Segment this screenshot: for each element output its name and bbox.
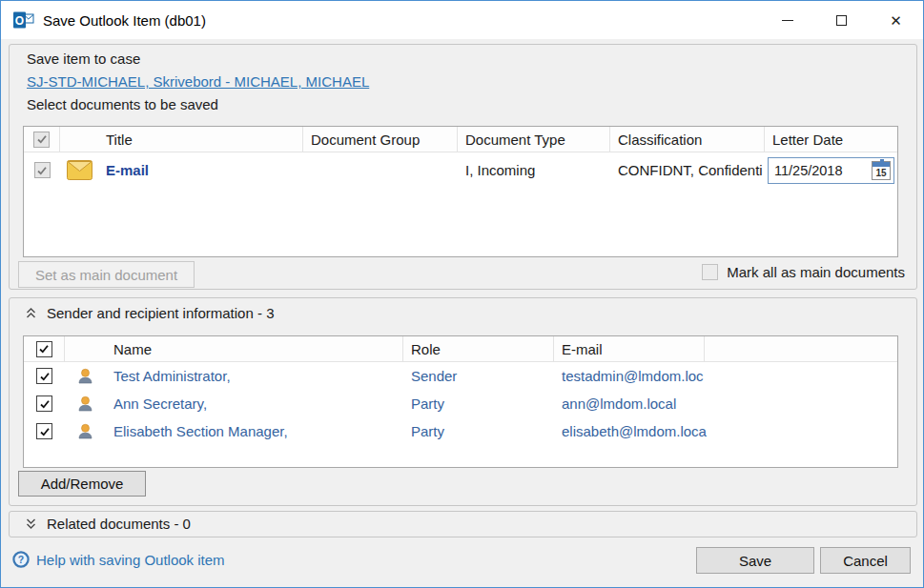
document-type-value: I, Incoming — [458, 162, 610, 178]
window-controls: ✕ — [760, 1, 923, 39]
documents-icon-column-header — [60, 127, 98, 152]
close-button[interactable]: ✕ — [869, 1, 923, 39]
minimize-icon — [782, 20, 793, 21]
save-outlook-item-dialog: O Save Outlook Item (db01) ✕ Save item t… — [0, 0, 924, 588]
mark-all-label: Mark all as main documents — [727, 264, 905, 280]
person-icon — [76, 367, 94, 385]
maximize-icon — [836, 15, 847, 26]
person-icon — [76, 422, 94, 440]
party-icon-column-header — [65, 336, 106, 361]
party-select-all-checkbox[interactable] — [36, 341, 52, 357]
column-header-title[interactable]: Title — [98, 127, 303, 152]
party-row[interactable]: Ann Secretary, Party ann@lmdom.local — [24, 390, 897, 417]
case-link[interactable]: SJ-STD-MICHAEL, Skrivebord - MICHAEL, MI… — [27, 73, 369, 90]
person-icon — [76, 395, 94, 413]
help-link[interactable]: ? Help with saving Outlook item — [12, 551, 225, 568]
letter-date-picker[interactable]: 11/25/2018 15 — [768, 157, 894, 184]
documents-select-all-header[interactable] — [24, 127, 60, 152]
column-header-classification[interactable]: Classification — [610, 127, 765, 152]
party-row[interactable]: Test Administrator, Sender testadmin@lmd… — [24, 362, 897, 390]
column-header-email[interactable]: E-mail — [554, 336, 705, 361]
party-name: Elisabeth Section Manager, — [106, 423, 403, 439]
party-select-all-header[interactable] — [24, 336, 65, 361]
related-section-header[interactable]: Related documents - 0 — [25, 516, 191, 532]
save-button[interactable]: Save — [696, 547, 814, 574]
save-item-to-case-label: Save item to case — [27, 51, 140, 67]
mark-all-checkbox[interactable] — [702, 264, 718, 280]
title-bar: O Save Outlook Item (db01) ✕ — [1, 1, 923, 39]
party-email: ann@lmdom.local — [554, 395, 705, 412]
window-title: Save Outlook Item (db01) — [43, 12, 206, 29]
party-row-checkbox[interactable] — [36, 423, 52, 439]
party-row-checkbox[interactable] — [36, 395, 52, 412]
expand-chevron-icon[interactable] — [25, 517, 37, 530]
close-icon: ✕ — [890, 13, 902, 28]
letter-date-value[interactable]: 11/25/2018 — [774, 163, 869, 178]
sender-recipient-group: Sender and recipient information - 3 Nam… — [9, 297, 917, 506]
email-envelope-icon — [67, 160, 92, 180]
outlook-app-icon: O — [13, 10, 34, 30]
select-documents-label: Select documents to be saved — [27, 96, 218, 112]
sender-section-title: Sender and recipient information - 3 — [47, 305, 274, 321]
documents-table-header: Title Document Group Document Type Class… — [24, 127, 897, 152]
mark-all-main-documents[interactable]: Mark all as main documents — [702, 264, 905, 280]
party-role: Party — [403, 395, 554, 412]
calendar-day-number: 15 — [873, 167, 890, 179]
document-classification-value: CONFIDNT, Confidenti — [610, 162, 765, 178]
column-header-name[interactable]: Name — [106, 336, 403, 361]
svg-text:O: O — [15, 14, 24, 28]
sender-section-header[interactable]: Sender and recipient information - 3 — [25, 305, 274, 321]
cancel-button[interactable]: Cancel — [820, 547, 911, 574]
party-table-header: Name Role E-mail — [24, 336, 897, 362]
related-section-title: Related documents - 0 — [47, 516, 191, 532]
help-icon: ? — [12, 551, 30, 568]
column-header-letter-date[interactable]: Letter Date — [765, 127, 897, 152]
maximize-button[interactable] — [814, 1, 869, 39]
party-role: Party — [403, 423, 554, 439]
help-label: Help with saving Outlook item — [36, 552, 225, 568]
party-email: elisabeth@lmdom.loca — [554, 423, 705, 439]
party-email: testadmin@lmdom.loc — [554, 368, 705, 384]
column-header-role[interactable]: Role — [403, 336, 554, 361]
documents-table: Title Document Group Document Type Class… — [23, 126, 898, 257]
party-row-checkbox[interactable] — [36, 368, 52, 384]
documents-select-all-checkbox[interactable] — [33, 132, 50, 148]
sender-recipient-table: Name Role E-mail — [23, 335, 898, 468]
related-documents-group: Related documents - 0 — [9, 511, 917, 537]
minimize-button[interactable] — [760, 1, 814, 39]
party-name: Test Administrator, — [106, 368, 403, 384]
svg-text:?: ? — [18, 554, 24, 565]
party-name: Ann Secretary, — [106, 395, 403, 412]
set-as-main-document-button[interactable]: Set as main document — [18, 261, 195, 288]
collapse-chevron-icon[interactable] — [25, 307, 37, 319]
party-role: Sender — [403, 368, 554, 384]
party-row[interactable]: Elisabeth Section Manager, Party elisabe… — [24, 417, 897, 445]
document-row-checkbox[interactable] — [34, 162, 51, 178]
document-row-email[interactable]: E-mail I, Incoming CONFIDNT, Confidenti … — [24, 152, 897, 188]
document-title: E-mail — [98, 162, 303, 178]
column-header-blank — [705, 336, 897, 361]
documents-group: Save item to case SJ-STD-MICHAEL, Skrive… — [9, 44, 917, 290]
add-remove-button[interactable]: Add/Remove — [18, 471, 146, 497]
column-header-document-type[interactable]: Document Type — [458, 127, 610, 152]
column-header-document-group[interactable]: Document Group — [303, 127, 458, 152]
calendar-icon[interactable]: 15 — [872, 161, 891, 180]
